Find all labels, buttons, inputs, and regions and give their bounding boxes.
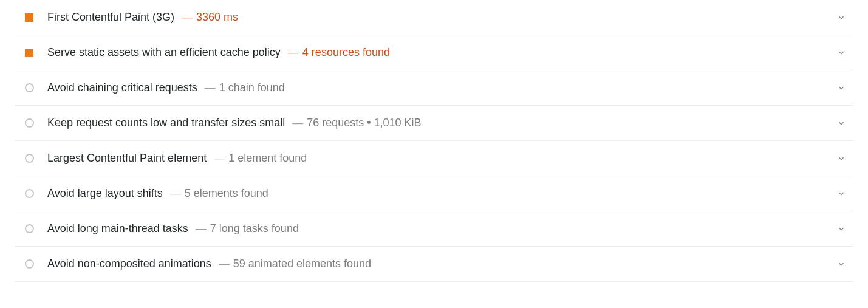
- audit-row[interactable]: Avoid chaining critical requests—1 chain…: [15, 70, 853, 106]
- info-circle-icon: [24, 83, 34, 93]
- audit-detail: 7 long tasks found: [210, 222, 299, 235]
- chevron-down-icon[interactable]: [835, 117, 847, 129]
- warning-square-icon: [24, 13, 34, 22]
- info-circle-icon: [24, 118, 34, 128]
- separator-dash: —: [288, 46, 299, 59]
- chevron-down-icon[interactable]: [835, 152, 847, 165]
- separator-dash: —: [205, 81, 216, 94]
- audit-detail: 76 requests • 1,010 KiB: [307, 117, 421, 129]
- chevron-down-icon[interactable]: [835, 223, 847, 235]
- info-circle-icon: [24, 259, 34, 269]
- separator-dash: —: [219, 258, 230, 270]
- warning-square-icon: [24, 48, 34, 58]
- separator-dash: —: [214, 152, 225, 165]
- audit-row[interactable]: Avoid non-composited animations—59 anima…: [15, 247, 853, 282]
- audit-detail: 3360 ms: [196, 11, 238, 24]
- chevron-down-icon[interactable]: [835, 258, 847, 270]
- audit-title: Largest Contentful Paint element: [47, 152, 207, 165]
- separator-dash: —: [182, 11, 193, 24]
- audit-title: Serve static assets with an efficient ca…: [47, 46, 281, 59]
- audit-row[interactable]: Avoid long main-thread tasks—7 long task…: [15, 211, 853, 247]
- audit-title: Avoid chaining critical requests: [47, 81, 197, 94]
- info-circle-icon: [24, 189, 34, 199]
- separator-dash: —: [170, 187, 181, 200]
- chevron-down-icon[interactable]: [835, 82, 847, 94]
- chevron-down-icon[interactable]: [835, 188, 847, 200]
- audit-title: Avoid long main-thread tasks: [47, 222, 188, 235]
- audit-row[interactable]: First Contentful Paint (3G)—3360 ms: [15, 0, 853, 35]
- audit-detail: 59 animated elements found: [233, 258, 371, 270]
- audit-title: First Contentful Paint (3G): [47, 11, 174, 24]
- audit-list: First Contentful Paint (3G)—3360 msServe…: [0, 0, 868, 282]
- audit-row[interactable]: Keep request counts low and transfer siz…: [15, 106, 853, 141]
- separator-dash: —: [292, 117, 303, 129]
- audit-row[interactable]: Avoid large layout shifts—5 elements fou…: [15, 176, 853, 211]
- audit-row[interactable]: Serve static assets with an efficient ca…: [15, 35, 853, 70]
- audit-detail: 1 element found: [228, 152, 307, 165]
- chevron-down-icon[interactable]: [835, 12, 847, 24]
- audit-title: Keep request counts low and transfer siz…: [47, 117, 285, 129]
- audit-title: Avoid large layout shifts: [47, 187, 163, 200]
- audit-detail: 5 elements found: [185, 187, 268, 200]
- separator-dash: —: [196, 222, 207, 235]
- audit-detail: 1 chain found: [219, 81, 285, 94]
- chevron-down-icon[interactable]: [835, 47, 847, 59]
- audit-row[interactable]: Largest Contentful Paint element—1 eleme…: [15, 141, 853, 176]
- audit-title: Avoid non-composited animations: [47, 258, 211, 270]
- info-circle-icon: [24, 224, 34, 234]
- audit-detail: 4 resources found: [302, 46, 390, 59]
- info-circle-icon: [24, 154, 34, 163]
